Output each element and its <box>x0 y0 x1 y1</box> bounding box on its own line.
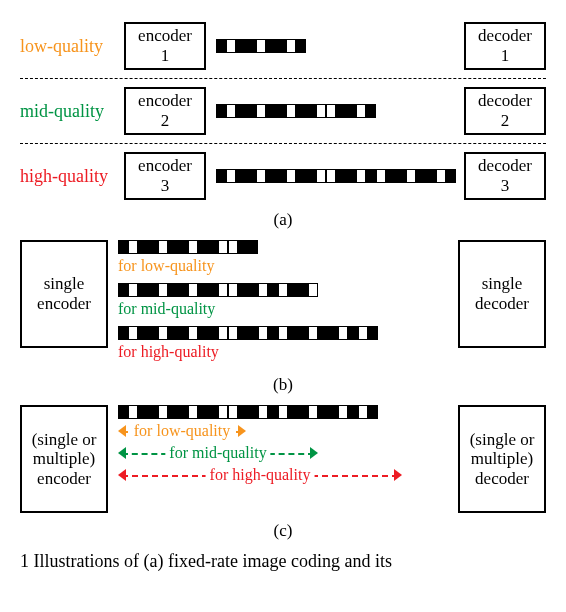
quality-label: low-quality <box>20 36 116 57</box>
separator <box>20 78 546 79</box>
extent-arrow: for low-quality <box>118 423 246 441</box>
extent-label: for low-quality <box>130 422 234 440</box>
strip-label: for high-quality <box>118 343 219 361</box>
extent-arrow: for high-quality <box>118 467 402 485</box>
bitstream <box>216 169 456 183</box>
bitstream <box>118 240 258 254</box>
bitstream <box>118 405 378 419</box>
decoder-box: decoder 1 <box>464 22 546 70</box>
caption-partial: 1 Illustrations of (a) fixed-rate image … <box>20 551 546 572</box>
sublabel-c: (c) <box>20 521 546 541</box>
strip-label: for low-quality <box>118 257 214 275</box>
quality-row: mid-qualityencoder 2decoder 2 <box>20 85 546 137</box>
bitstream <box>118 326 378 340</box>
panel-c: (single or multiple) encoder for low-qua… <box>20 405 546 513</box>
single-encoder-box: single encoder <box>20 240 108 348</box>
multi-encoder-box: (single or multiple) encoder <box>20 405 108 513</box>
extent-label: for high-quality <box>206 466 315 484</box>
bitstream <box>216 104 376 118</box>
encoder-box: encoder 2 <box>124 87 206 135</box>
multi-decoder-box: (single or multiple) decoder <box>458 405 546 513</box>
decoder-box: decoder 3 <box>464 152 546 200</box>
panel-a: low-qualityencoder 1decoder 1mid-quality… <box>20 20 546 202</box>
sublabel-b: (b) <box>20 375 546 395</box>
quality-label: high-quality <box>20 166 116 187</box>
single-decoder-box: single decoder <box>458 240 546 348</box>
quality-label: mid-quality <box>20 101 116 122</box>
bitstream <box>216 39 306 53</box>
sublabel-a: (a) <box>20 210 546 230</box>
encoder-box: encoder 1 <box>124 22 206 70</box>
panel-b: single encoder for low-qualityfor mid-qu… <box>20 240 546 367</box>
decoder-box: decoder 2 <box>464 87 546 135</box>
separator <box>20 143 546 144</box>
strip-label: for mid-quality <box>118 300 215 318</box>
quality-row: high-qualityencoder 3decoder 3 <box>20 150 546 202</box>
extent-label: for mid-quality <box>165 444 270 462</box>
encoder-box: encoder 3 <box>124 152 206 200</box>
bitstream <box>118 283 318 297</box>
quality-row: low-qualityencoder 1decoder 1 <box>20 20 546 72</box>
extent-arrow: for mid-quality <box>118 445 318 463</box>
